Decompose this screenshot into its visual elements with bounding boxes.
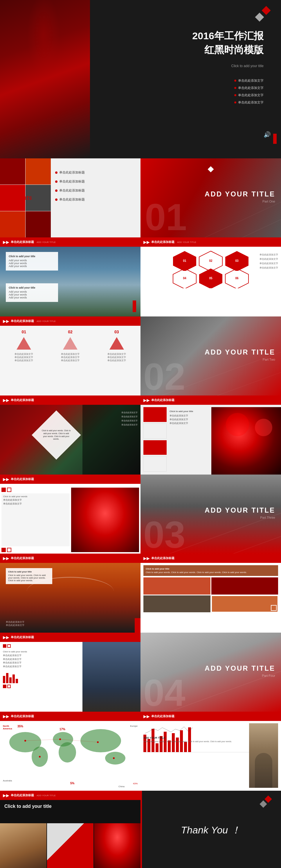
content-box-2: Click to add your title Add your words A…: [6, 283, 58, 302]
part03-number: 03: [143, 516, 185, 554]
part01-number: 01: [145, 198, 187, 236]
last-left-title[interactable]: Click to add your title: [4, 804, 52, 809]
slide-two-col: ▶▶ 单击此处添加标题 Click to add your words 单击此处…: [0, 474, 141, 554]
slide-triangles: ▶▶ 单击此处添加标题 ADD YOUR TITLE 01 单击此处添加文字 单…: [0, 316, 141, 396]
slide-list-content: ▶▶ 单击此处添加标题 Click to add your words 单击此处…: [0, 632, 141, 712]
slide-rose-content: ▶▶ 单击此处添加标题 Click to add your title 单击此处…: [141, 396, 281, 474]
slide-part03: 03 ADD YOUR TITLE Part Three: [141, 474, 281, 554]
slide-part02: 02 ADD YOUR TITLE Part Two: [141, 316, 281, 396]
part02-title: ADD YOUR TITLE Part Two: [205, 348, 275, 361]
diamond-decoration: [256, 7, 269, 20]
contents-items: 单击此处添加标题 单击此处添加标题 单击此处添加标题 单击此处添加标题: [55, 166, 138, 206]
hex-text-lines: 单击此处添加文字 单击此处添加文字 单击此处添加文字 单击此处添加文字: [259, 252, 278, 271]
slide-row-3: ▶▶ 单击此处添加标题 ADD YOUR TITLE Click to add …: [0, 238, 281, 316]
slide-barchart: ▶▶ 单击此处添加标题: [141, 712, 281, 791]
slide-thankyou: Thank You ！: [141, 791, 281, 868]
part03-title: ADD YOUR TITLE Part Three: [205, 506, 275, 519]
slide-row-6: ▶▶ 单击此处添加标题 Click to add your words 单击此处…: [0, 474, 281, 554]
hero-subtitle: Click to add your title: [231, 64, 264, 68]
hexagon-grid: 01 02 03: [143, 250, 278, 314]
slide-contents: Contents 单击此处添加标题 单击此处添加标题 单击此处添加标题 单击此处…: [0, 158, 141, 238]
slide-row-7: ▶▶ 单击此处添加标题 Click to add your title Clic…: [0, 554, 281, 632]
part04-number: 04: [143, 674, 185, 712]
slide-last-left: ▶▶ 单击此处添加标题 ADD YOUR TITLE Click to add …: [0, 791, 141, 868]
left-boxes: [143, 407, 167, 472]
svg-point-9: [80, 729, 121, 752]
slide-row-8: ▶▶ 单击此处添加标题 Click to add your words 单击此处…: [0, 632, 281, 712]
slide-hexagons: ▶▶ 单击此处添加标题 ADD YOUR TITLE 01: [141, 238, 281, 316]
thankyou-text: Thank You ！: [181, 824, 240, 837]
slide-row-4: ▶▶ 单击此处添加标题 ADD YOUR TITLE 01 单击此处添加文字 单…: [0, 316, 281, 396]
diamond-text-box: Click to add your words. Click to add yo…: [39, 417, 74, 453]
slide-row-5: ▶▶ 单击此处添加标题 Click to add your words. Cli…: [0, 396, 281, 474]
slide-diamond-content: ▶▶ 单击此处添加标题 Click to add your words. Cli…: [0, 396, 141, 474]
contents-label: Contents: [4, 194, 32, 202]
part04-title: ADD YOUR TITLE Part Four: [205, 664, 275, 677]
slide-part04: 04 ADD YOUR TITLE Part Four: [141, 632, 281, 712]
red-accent-bar: [273, 134, 277, 144]
part01-title: ADD YOUR TITLE Part One: [205, 190, 275, 203]
bridge-text-box: Click to add your title Click to add you…: [6, 568, 52, 584]
svg-point-15: [113, 757, 115, 759]
part02-number: 02: [143, 358, 185, 396]
content-box-1: Click to add your title Add your words A…: [6, 252, 58, 271]
slide-row-10: ▶▶ 单击此处添加标题 ADD YOUR TITLE Click to add …: [0, 791, 281, 868]
svg-point-8: [59, 742, 76, 763]
slide-content-boxes: ▶▶ 单击此处添加标题 ADD YOUR TITLE Click to add …: [0, 238, 141, 316]
svg-point-10: [105, 752, 126, 765]
svg-point-14: [39, 756, 41, 757]
triangle-columns: 01 单击此处添加文字 单击此处添加文字 单击此处添加文字 02 单击此处添加文…: [1, 328, 139, 394]
slide-row-9: ▶▶ 单击此处添加标题: [0, 712, 281, 791]
speaker-icon: 🔊: [264, 131, 271, 138]
thankyou-diamond: [261, 797, 271, 807]
slide-bridge: ▶▶ 单击此处添加标题 Click to add your title Clic…: [0, 554, 141, 632]
slide-part01: 01 ADD YOUR TITLE Part One: [141, 158, 281, 238]
slide-info-grid: ▶▶ 单击此处添加标题 Click to add your title Clic…: [141, 554, 281, 632]
slide-hero: 2016年工作汇报 红黑时尚模版 Click to add your title…: [0, 0, 281, 158]
slide-row-2: Contents 单击此处添加标题 单击此处添加标题 单击此处添加标题 单击此处…: [0, 158, 281, 238]
hero-bullets: 单击此处添加文字 单击此处添加文字 单击此处添加文字 单击此处添加文字: [234, 75, 264, 107]
brown-text-box: Click to add your title Click to add you…: [143, 565, 278, 576]
slide-worldmap: ▶▶ 单击此处添加标题: [0, 712, 141, 791]
hero-title: 2016年工作汇报 红黑时尚模版: [192, 29, 264, 57]
